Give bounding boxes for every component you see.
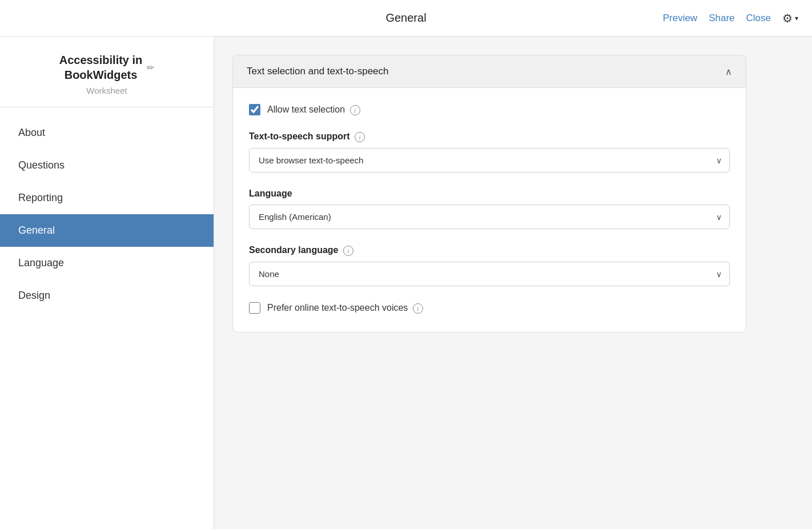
sidebar-item-general[interactable]: General bbox=[0, 214, 214, 247]
sidebar-item-reporting-label: Reporting bbox=[18, 192, 63, 204]
preview-link[interactable]: Preview bbox=[663, 13, 697, 24]
topbar-title: General bbox=[385, 11, 426, 25]
prefer-online-row: Prefer online text-to-speech voices i bbox=[249, 302, 730, 314]
share-link[interactable]: Share bbox=[709, 13, 734, 24]
section-card: Text selection and text-to-speech ∧ Allo… bbox=[232, 55, 746, 332]
language-group: Language English (American) English (Bri… bbox=[249, 189, 730, 229]
text-to-speech-select-wrapper: Use browser text-to-speech Disabled Goog… bbox=[249, 148, 730, 173]
gear-icon: ⚙ bbox=[782, 11, 793, 25]
allow-text-selection-checkbox[interactable] bbox=[249, 104, 260, 115]
main-layout: Accessibility in BookWidgets ✏ Worksheet… bbox=[0, 37, 812, 529]
edit-icon[interactable]: ✏ bbox=[147, 62, 154, 73]
card-body: Allow text selection i Text-to-speech su… bbox=[233, 88, 746, 332]
secondary-language-select[interactable]: None English (American) French German bbox=[249, 262, 730, 286]
sidebar-item-reporting[interactable]: Reporting bbox=[0, 182, 214, 214]
prefer-online-label: Prefer online text-to-speech voices i bbox=[267, 303, 423, 314]
secondary-language-select-wrapper: None English (American) French German ∨ bbox=[249, 262, 730, 286]
language-label: Language bbox=[249, 189, 730, 199]
language-select-wrapper: English (American) English (British) Fre… bbox=[249, 205, 730, 229]
sidebar: Accessibility in BookWidgets ✏ Worksheet… bbox=[0, 37, 214, 529]
allow-text-selection-label: Allow text selection i bbox=[267, 105, 360, 115]
prefer-online-checkbox[interactable] bbox=[249, 302, 260, 314]
card-header-title: Text selection and text-to-speech bbox=[247, 66, 389, 77]
prefer-online-info-icon[interactable]: i bbox=[413, 303, 423, 314]
sidebar-item-language[interactable]: Language bbox=[0, 247, 214, 279]
topbar: General Preview Share Close ⚙ ▾ bbox=[0, 0, 812, 37]
allow-text-selection-info-icon[interactable]: i bbox=[350, 105, 360, 115]
card-header-chevron-icon: ∧ bbox=[725, 66, 732, 77]
sidebar-title-line: Accessibility in BookWidgets ✏ bbox=[14, 53, 200, 82]
text-to-speech-select[interactable]: Use browser text-to-speech Disabled Goog… bbox=[249, 148, 730, 173]
language-select[interactable]: English (American) English (British) Fre… bbox=[249, 205, 730, 229]
card-header[interactable]: Text selection and text-to-speech ∧ bbox=[233, 55, 746, 88]
allow-text-selection-row: Allow text selection i bbox=[249, 104, 730, 115]
sidebar-item-language-label: Language bbox=[18, 257, 64, 269]
gear-chevron-icon: ▾ bbox=[795, 14, 798, 22]
topbar-actions: Preview Share Close ⚙ ▾ bbox=[663, 11, 798, 25]
sidebar-item-about-label: About bbox=[18, 127, 45, 139]
gear-button[interactable]: ⚙ ▾ bbox=[782, 11, 798, 25]
secondary-language-label: Secondary language i bbox=[249, 245, 730, 256]
secondary-language-group: Secondary language i None English (Ameri… bbox=[249, 245, 730, 286]
close-link[interactable]: Close bbox=[746, 13, 771, 24]
sidebar-nav: About Questions Reporting General Langua… bbox=[0, 107, 214, 321]
text-to-speech-label: Text-to-speech support i bbox=[249, 131, 730, 142]
sidebar-header: Accessibility in BookWidgets ✏ Worksheet bbox=[0, 37, 214, 107]
sidebar-item-questions-label: Questions bbox=[18, 159, 65, 171]
sidebar-title: Accessibility in BookWidgets bbox=[59, 53, 143, 82]
sidebar-item-general-label: General bbox=[18, 225, 55, 237]
content-area: Text selection and text-to-speech ∧ Allo… bbox=[214, 37, 812, 529]
secondary-language-info-icon[interactable]: i bbox=[343, 246, 353, 256]
sidebar-item-about[interactable]: About bbox=[0, 117, 214, 149]
sidebar-subtitle: Worksheet bbox=[14, 86, 200, 95]
sidebar-item-design[interactable]: Design bbox=[0, 279, 214, 312]
sidebar-item-design-label: Design bbox=[18, 290, 50, 302]
text-to-speech-group: Text-to-speech support i Use browser tex… bbox=[249, 131, 730, 173]
text-to-speech-info-icon[interactable]: i bbox=[355, 132, 365, 142]
sidebar-item-questions[interactable]: Questions bbox=[0, 149, 214, 182]
